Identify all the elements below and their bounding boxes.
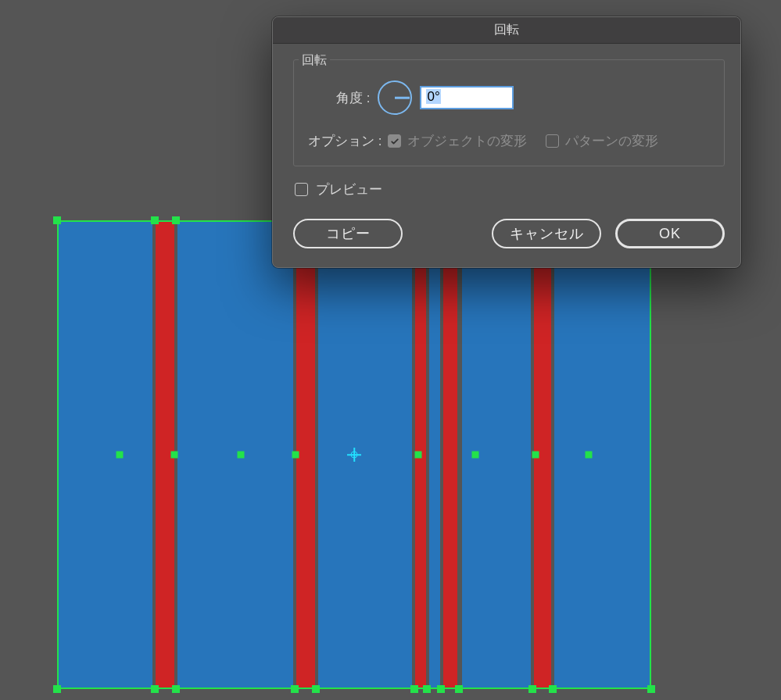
shape-blue: [177, 220, 293, 689]
options-label: オプション :: [308, 132, 382, 150]
shape-blue: [318, 220, 412, 689]
selection-handle[interactable]: [238, 452, 245, 459]
selection-handle[interactable]: [586, 452, 593, 459]
selection-handle[interactable]: [455, 685, 463, 693]
selection-handle[interactable]: [292, 452, 299, 459]
transform-patterns-checkbox[interactable]: [546, 134, 559, 148]
preview-label: プレビュー: [316, 180, 382, 198]
preview-checkbox[interactable]: [295, 183, 308, 196]
cancel-button[interactable]: キャンセル: [492, 219, 601, 248]
selection-handle[interactable]: [437, 685, 445, 693]
angle-dial[interactable]: [378, 80, 412, 115]
shape-blue: [554, 220, 650, 689]
selection-handle[interactable]: [53, 685, 61, 693]
transform-objects-checkbox[interactable]: [388, 134, 401, 148]
angle-input[interactable]: 0°: [420, 86, 514, 109]
selection-handle[interactable]: [528, 685, 536, 693]
selection-handle[interactable]: [116, 452, 124, 459]
selection-handle[interactable]: [172, 216, 180, 224]
selection-handle[interactable]: [472, 452, 479, 459]
copy-button[interactable]: コピー: [293, 219, 403, 248]
shape-blue: [429, 220, 440, 689]
selection-handle[interactable]: [549, 685, 557, 693]
transform-objects-label: オブジェクトの変形: [407, 132, 527, 150]
rotate-dialog: 回転 回転 角度 : 0° オプション : オブジェクトの変形 パターンの変形: [272, 16, 741, 268]
selection-handle[interactable]: [415, 452, 422, 459]
angle-label: 角度 :: [336, 89, 370, 107]
selection-handle[interactable]: [423, 685, 431, 693]
selection-handle[interactable]: [171, 452, 178, 459]
ok-button[interactable]: OK: [615, 219, 725, 248]
selection-handle[interactable]: [410, 685, 418, 693]
rotate-group: 回転 角度 : 0° オプション : オブジェクトの変形 パターンの変形: [293, 59, 725, 166]
shape-red: [443, 220, 457, 689]
transform-patterns-label: パターンの変形: [565, 132, 658, 150]
shape-red: [296, 220, 315, 689]
shape-blue: [59, 220, 152, 689]
transform-origin-icon[interactable]: [347, 448, 361, 462]
selection-handle[interactable]: [53, 216, 61, 224]
selection-handle[interactable]: [647, 685, 655, 693]
group-label: 回転: [299, 52, 330, 69]
selection-handle[interactable]: [172, 685, 180, 693]
selection-handle[interactable]: [312, 685, 320, 693]
selection-handle[interactable]: [151, 685, 159, 693]
canvas-selection: [57, 220, 651, 689]
selection-handle[interactable]: [532, 452, 539, 459]
dialog-title: 回転: [273, 17, 740, 44]
selection-handle[interactable]: [291, 685, 299, 693]
selection-handle[interactable]: [151, 216, 159, 224]
